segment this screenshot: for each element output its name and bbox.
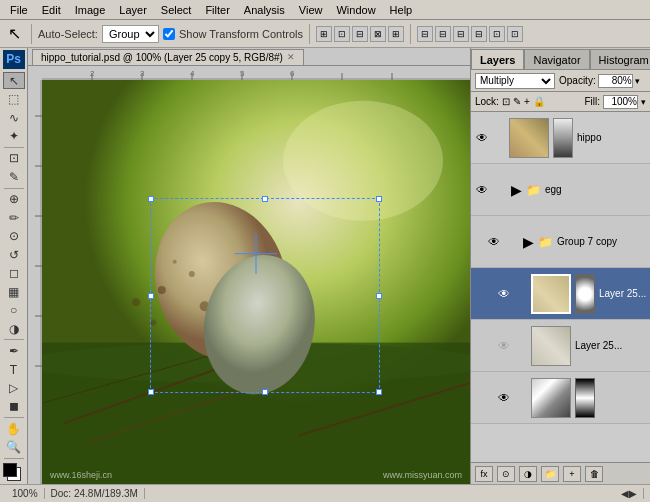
layer-adjust-button[interactable]: ◑ [519, 466, 537, 482]
handle-br[interactable] [376, 389, 382, 395]
handle-mr[interactable] [376, 293, 382, 299]
tab-navigator[interactable]: Navigator [524, 49, 589, 69]
tab-layers[interactable]: Layers [471, 49, 524, 69]
history-brush-tool[interactable]: ↺ [3, 246, 25, 263]
menu-bar: File Edit Image Layer Select Filter Anal… [0, 0, 650, 20]
crop-tool[interactable]: ⊡ [3, 150, 25, 167]
brush-tool[interactable]: ✏ [3, 209, 25, 226]
layer-mask-bottom [575, 378, 595, 418]
layer-row-bottom[interactable]: 👁 [471, 372, 650, 424]
eye-layer25[interactable]: 👁 [495, 339, 513, 353]
eye-hippo[interactable]: 👁 [473, 131, 491, 145]
show-transform-checkbox[interactable] [163, 28, 175, 40]
heal-tool[interactable]: ⊕ [3, 191, 25, 208]
eye-icon-layer25copy5[interactable]: 👁 [498, 287, 510, 301]
auto-select-dropdown[interactable]: Group Layer [102, 25, 159, 43]
align-icon-1[interactable]: ⊟ [417, 26, 433, 42]
layer-thumb-layer25copy5[interactable]: Layer thumbnail [531, 274, 571, 314]
lock-row: Lock: ⊡ ✎ + 🔒 Fill: ▾ [471, 92, 650, 112]
eye-icon-egg[interactable]: 👁 [476, 183, 488, 197]
layer-group-button[interactable]: 📁 [541, 466, 559, 482]
layer-row-hippo[interactable]: 👁 hippo [471, 112, 650, 164]
handle-bl[interactable] [148, 389, 154, 395]
layer-row-group7copy[interactable]: 👁 ▶ 📁 Group 7 copy [471, 216, 650, 268]
layers-list: 👁 hippo 👁 ▶ 📁 egg [471, 112, 650, 462]
layer-row-selected[interactable]: 👁 Layer thumbnail Layer 25... [471, 268, 650, 320]
folder-icon-group7copy: 📁 [538, 235, 553, 249]
lock-position-icon[interactable]: ⊡ [502, 96, 510, 107]
menu-filter[interactable]: Filter [199, 3, 235, 17]
lock-paint-icon[interactable]: ✎ [513, 96, 521, 107]
layer-new-button[interactable]: + [563, 466, 581, 482]
menu-image[interactable]: Image [69, 3, 112, 17]
canvas-image[interactable]: www.16sheji.cn www.missyuan.com [42, 80, 470, 484]
hand-tool[interactable]: ✋ [3, 420, 25, 437]
layer-fx-button[interactable]: fx [475, 466, 493, 482]
marquee-tool[interactable]: ⬚ [3, 90, 25, 107]
shape-tool[interactable]: ◼ [3, 398, 25, 415]
blur-tool[interactable]: ○ [3, 301, 25, 318]
eyedropper-tool[interactable]: ✎ [3, 168, 25, 185]
selection-box [150, 198, 380, 393]
pen-tool[interactable]: ✒ [3, 342, 25, 359]
opacity-input[interactable] [598, 74, 633, 88]
align-icon-4[interactable]: ⊟ [471, 26, 487, 42]
layer-row-layer25[interactable]: 👁 Layer 25... [471, 320, 650, 372]
menu-window[interactable]: Window [330, 3, 381, 17]
foreground-color[interactable] [3, 463, 17, 477]
opacity-arrow[interactable]: ▾ [635, 76, 640, 86]
layer-mask-button[interactable]: ⊙ [497, 466, 515, 482]
eye-egg[interactable]: 👁 [473, 183, 491, 197]
arrow-group7copy[interactable]: ▶ [523, 234, 534, 250]
layer-trash-button[interactable]: 🗑 [585, 466, 603, 482]
canvas-content[interactable]: 2 3 4 5 6 [28, 66, 470, 484]
eye-icon-bottom[interactable]: 👁 [498, 391, 510, 405]
close-canvas-button[interactable]: ✕ [287, 52, 295, 62]
align-icon-3[interactable]: ⊟ [453, 26, 469, 42]
ps-logo: Ps [3, 50, 25, 69]
handle-bm[interactable] [262, 389, 268, 395]
menu-file[interactable]: File [4, 3, 34, 17]
menu-analysis[interactable]: Analysis [238, 3, 291, 17]
menu-view[interactable]: View [293, 3, 329, 17]
color-swatches[interactable] [3, 463, 25, 482]
move-tool-icon[interactable]: ↖ [4, 22, 25, 45]
lasso-tool[interactable]: ∿ [3, 109, 25, 126]
fill-arrow[interactable]: ▾ [641, 97, 646, 107]
menu-select[interactable]: Select [155, 3, 198, 17]
arrow-egg[interactable]: ▶ [511, 182, 522, 198]
handle-ml[interactable] [148, 293, 154, 299]
menu-help[interactable]: Help [384, 3, 419, 17]
status-arrows[interactable]: ◀▶ [615, 488, 644, 499]
eraser-tool[interactable]: ◻ [3, 265, 25, 282]
align-icon-5[interactable]: ⊡ [489, 26, 505, 42]
path-select-tool[interactable]: ▷ [3, 379, 25, 396]
magic-wand-tool[interactable]: ✦ [3, 127, 25, 144]
menu-edit[interactable]: Edit [36, 3, 67, 17]
handle-tm[interactable] [262, 196, 268, 202]
blend-opacity-row: Multiply Normal Screen Opacity: ▾ [471, 70, 650, 92]
align-icon-2[interactable]: ⊟ [435, 26, 451, 42]
move-tool[interactable]: ↖ [3, 72, 25, 89]
lock-all-icon[interactable]: 🔒 [533, 96, 545, 107]
canvas-tab-main[interactable]: hippo_tutorial.psd @ 100% (Layer 25 copy… [32, 49, 304, 65]
tab-histogram[interactable]: Histogram [590, 49, 650, 69]
eye-icon-group7copy[interactable]: 👁 [488, 235, 500, 249]
eye-layer25copy5[interactable]: 👁 [495, 287, 513, 301]
clone-tool[interactable]: ⊙ [3, 228, 25, 245]
type-tool[interactable]: T [3, 361, 25, 378]
lock-move-icon[interactable]: + [524, 96, 530, 107]
menu-layer[interactable]: Layer [113, 3, 153, 17]
eye-group7copy[interactable]: 👁 [485, 235, 503, 249]
eye-bottom[interactable]: 👁 [495, 391, 513, 405]
fill-input[interactable] [603, 95, 638, 109]
gradient-tool[interactable]: ▦ [3, 283, 25, 300]
handle-tr[interactable] [376, 196, 382, 202]
handle-tl[interactable] [148, 196, 154, 202]
blend-mode-dropdown[interactable]: Multiply Normal Screen [475, 73, 555, 89]
zoom-tool[interactable]: 🔍 [3, 439, 25, 456]
layer-row-egg[interactable]: 👁 ▶ 📁 egg [471, 164, 650, 216]
align-icon-6[interactable]: ⊡ [507, 26, 523, 42]
eye-icon-hippo[interactable]: 👁 [476, 131, 488, 145]
dodge-tool[interactable]: ◑ [3, 320, 25, 337]
